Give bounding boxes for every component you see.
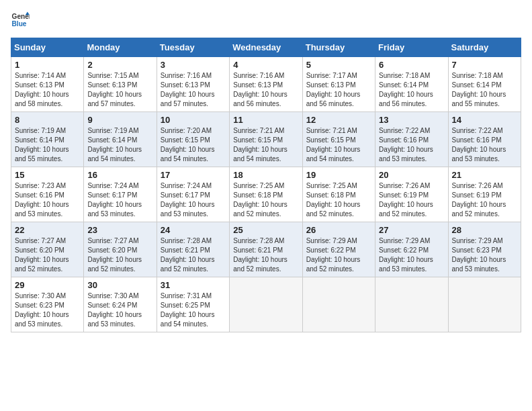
day-info: Sunrise: 7:24 AM Sunset: 6:17 PM Dayligh… xyxy=(161,181,226,219)
calendar-cell: 8 Sunrise: 7:19 AM Sunset: 6:14 PM Dayli… xyxy=(11,112,84,167)
day-info: Sunrise: 7:18 AM Sunset: 6:14 PM Dayligh… xyxy=(452,71,517,109)
calendar-cell: 2 Sunrise: 7:15 AM Sunset: 6:13 PM Dayli… xyxy=(84,57,157,112)
calendar-cell: 6 Sunrise: 7:18 AM Sunset: 6:14 PM Dayli… xyxy=(375,57,448,112)
page-header: General Blue xyxy=(11,11,521,30)
day-number: 21 xyxy=(452,170,517,180)
day-number: 29 xyxy=(15,280,80,290)
day-number: 4 xyxy=(233,60,298,70)
day-number: 26 xyxy=(306,225,371,235)
day-number: 28 xyxy=(452,225,517,235)
day-info: Sunrise: 7:28 AM Sunset: 6:21 PM Dayligh… xyxy=(161,236,226,274)
day-info: Sunrise: 7:26 AM Sunset: 6:19 PM Dayligh… xyxy=(452,181,517,219)
day-info: Sunrise: 7:25 AM Sunset: 6:18 PM Dayligh… xyxy=(233,181,298,219)
day-info: Sunrise: 7:22 AM Sunset: 6:16 PM Dayligh… xyxy=(379,126,444,164)
day-info: Sunrise: 7:23 AM Sunset: 6:16 PM Dayligh… xyxy=(15,181,80,219)
day-number: 27 xyxy=(379,225,444,235)
calendar-cell xyxy=(230,277,302,332)
calendar-week-row: 1 Sunrise: 7:14 AM Sunset: 6:13 PM Dayli… xyxy=(11,57,521,112)
day-number: 31 xyxy=(161,280,226,290)
day-number: 17 xyxy=(161,170,226,180)
day-number: 9 xyxy=(87,115,152,125)
calendar-cell: 13 Sunrise: 7:22 AM Sunset: 6:16 PM Dayl… xyxy=(375,112,448,167)
calendar-week-row: 29 Sunrise: 7:30 AM Sunset: 6:23 PM Dayl… xyxy=(11,277,521,332)
weekday-header-cell: Tuesday xyxy=(157,38,229,57)
calendar-body: 1 Sunrise: 7:14 AM Sunset: 6:13 PM Dayli… xyxy=(11,57,521,332)
day-number: 23 xyxy=(87,225,152,235)
calendar-cell: 12 Sunrise: 7:21 AM Sunset: 6:15 PM Dayl… xyxy=(302,112,375,167)
calendar-cell: 25 Sunrise: 7:28 AM Sunset: 6:21 PM Dayl… xyxy=(230,222,302,277)
day-number: 30 xyxy=(87,280,152,290)
day-number: 22 xyxy=(15,225,80,235)
logo: General Blue xyxy=(11,11,30,30)
logo-icon: General Blue xyxy=(11,11,30,30)
calendar-cell: 7 Sunrise: 7:18 AM Sunset: 6:14 PM Dayli… xyxy=(448,57,521,112)
calendar-cell: 3 Sunrise: 7:16 AM Sunset: 6:13 PM Dayli… xyxy=(157,57,229,112)
day-info: Sunrise: 7:14 AM Sunset: 6:13 PM Dayligh… xyxy=(15,71,80,109)
day-info: Sunrise: 7:19 AM Sunset: 6:14 PM Dayligh… xyxy=(87,126,152,164)
day-number: 7 xyxy=(452,60,517,70)
day-number: 1 xyxy=(15,60,80,70)
weekday-header-cell: Sunday xyxy=(11,38,84,57)
calendar-cell: 24 Sunrise: 7:28 AM Sunset: 6:21 PM Dayl… xyxy=(157,222,229,277)
calendar-cell: 29 Sunrise: 7:30 AM Sunset: 6:23 PM Dayl… xyxy=(11,277,84,332)
day-info: Sunrise: 7:22 AM Sunset: 6:16 PM Dayligh… xyxy=(452,126,517,164)
day-info: Sunrise: 7:29 AM Sunset: 6:22 PM Dayligh… xyxy=(306,236,371,274)
calendar-cell: 16 Sunrise: 7:24 AM Sunset: 6:17 PM Dayl… xyxy=(84,167,157,222)
weekday-header-cell: Monday xyxy=(84,38,157,57)
day-info: Sunrise: 7:24 AM Sunset: 6:17 PM Dayligh… xyxy=(87,181,152,219)
day-info: Sunrise: 7:15 AM Sunset: 6:13 PM Dayligh… xyxy=(87,71,152,109)
day-number: 3 xyxy=(161,60,226,70)
day-info: Sunrise: 7:27 AM Sunset: 6:20 PM Dayligh… xyxy=(15,236,80,274)
calendar-cell: 20 Sunrise: 7:26 AM Sunset: 6:19 PM Dayl… xyxy=(375,167,448,222)
day-number: 25 xyxy=(233,225,298,235)
day-info: Sunrise: 7:26 AM Sunset: 6:19 PM Dayligh… xyxy=(379,181,444,219)
calendar-week-row: 15 Sunrise: 7:23 AM Sunset: 6:16 PM Dayl… xyxy=(11,167,521,222)
calendar-cell: 15 Sunrise: 7:23 AM Sunset: 6:16 PM Dayl… xyxy=(11,167,84,222)
calendar-cell: 18 Sunrise: 7:25 AM Sunset: 6:18 PM Dayl… xyxy=(230,167,302,222)
calendar-cell: 26 Sunrise: 7:29 AM Sunset: 6:22 PM Dayl… xyxy=(302,222,375,277)
day-info: Sunrise: 7:21 AM Sunset: 6:15 PM Dayligh… xyxy=(233,126,298,164)
weekday-header-row: SundayMondayTuesdayWednesdayThursdayFrid… xyxy=(11,38,521,57)
calendar-cell: 31 Sunrise: 7:31 AM Sunset: 6:25 PM Dayl… xyxy=(157,277,229,332)
calendar-cell: 27 Sunrise: 7:29 AM Sunset: 6:22 PM Dayl… xyxy=(375,222,448,277)
calendar-cell xyxy=(375,277,448,332)
day-info: Sunrise: 7:30 AM Sunset: 6:24 PM Dayligh… xyxy=(87,291,152,329)
day-info: Sunrise: 7:30 AM Sunset: 6:23 PM Dayligh… xyxy=(15,291,80,329)
day-number: 20 xyxy=(379,170,444,180)
calendar-cell: 23 Sunrise: 7:27 AM Sunset: 6:20 PM Dayl… xyxy=(84,222,157,277)
calendar-cell: 10 Sunrise: 7:20 AM Sunset: 6:15 PM Dayl… xyxy=(157,112,229,167)
calendar-cell: 9 Sunrise: 7:19 AM Sunset: 6:14 PM Dayli… xyxy=(84,112,157,167)
day-info: Sunrise: 7:20 AM Sunset: 6:15 PM Dayligh… xyxy=(161,126,226,164)
day-number: 19 xyxy=(306,170,371,180)
calendar-cell: 5 Sunrise: 7:17 AM Sunset: 6:13 PM Dayli… xyxy=(302,57,375,112)
weekday-header-cell: Saturday xyxy=(448,38,521,57)
calendar-cell: 11 Sunrise: 7:21 AM Sunset: 6:15 PM Dayl… xyxy=(230,112,302,167)
day-number: 15 xyxy=(15,170,80,180)
calendar-cell: 22 Sunrise: 7:27 AM Sunset: 6:20 PM Dayl… xyxy=(11,222,84,277)
day-info: Sunrise: 7:16 AM Sunset: 6:13 PM Dayligh… xyxy=(233,71,298,109)
day-info: Sunrise: 7:21 AM Sunset: 6:15 PM Dayligh… xyxy=(306,126,371,164)
day-info: Sunrise: 7:16 AM Sunset: 6:13 PM Dayligh… xyxy=(161,71,226,109)
day-number: 5 xyxy=(306,60,371,70)
calendar-cell: 30 Sunrise: 7:30 AM Sunset: 6:24 PM Dayl… xyxy=(84,277,157,332)
day-number: 11 xyxy=(233,115,298,125)
day-info: Sunrise: 7:29 AM Sunset: 6:22 PM Dayligh… xyxy=(379,236,444,274)
day-number: 16 xyxy=(87,170,152,180)
day-number: 12 xyxy=(306,115,371,125)
svg-text:Blue: Blue xyxy=(12,20,27,28)
day-info: Sunrise: 7:17 AM Sunset: 6:13 PM Dayligh… xyxy=(306,71,371,109)
weekday-header-cell: Friday xyxy=(375,38,448,57)
weekday-header-cell: Wednesday xyxy=(230,38,302,57)
day-number: 2 xyxy=(87,60,152,70)
weekday-header-cell: Thursday xyxy=(302,38,375,57)
calendar-cell: 14 Sunrise: 7:22 AM Sunset: 6:16 PM Dayl… xyxy=(448,112,521,167)
calendar-cell: 17 Sunrise: 7:24 AM Sunset: 6:17 PM Dayl… xyxy=(157,167,229,222)
calendar-cell: 1 Sunrise: 7:14 AM Sunset: 6:13 PM Dayli… xyxy=(11,57,84,112)
calendar-cell: 28 Sunrise: 7:29 AM Sunset: 6:23 PM Dayl… xyxy=(448,222,521,277)
calendar-cell xyxy=(448,277,521,332)
calendar-cell: 21 Sunrise: 7:26 AM Sunset: 6:19 PM Dayl… xyxy=(448,167,521,222)
day-number: 13 xyxy=(379,115,444,125)
day-number: 6 xyxy=(379,60,444,70)
day-number: 14 xyxy=(452,115,517,125)
day-info: Sunrise: 7:27 AM Sunset: 6:20 PM Dayligh… xyxy=(87,236,152,274)
